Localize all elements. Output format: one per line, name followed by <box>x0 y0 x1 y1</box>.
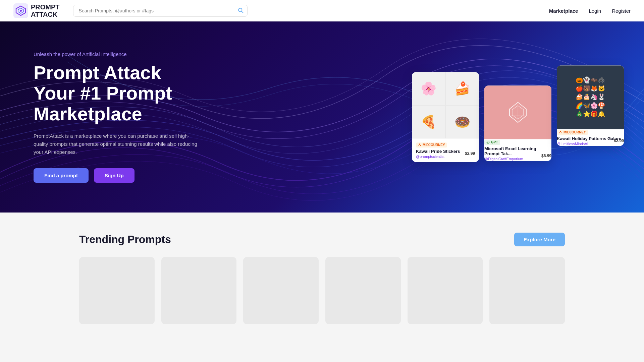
card-holiday-patterns[interactable]: 🎃👻🦇🕷️🍎🐻🦊🐱🍰🎂🦄🐰🌈🦋🌸🍄🎄⭐🎁🔔 MIDJOURNEY Kawaii … <box>557 65 624 146</box>
card-image-grid: 🌸 🍰 🍕 🍩 <box>412 72 479 138</box>
trending-grid <box>79 257 565 324</box>
card-excel-learning[interactable]: G GPT Microsoft Excel Learning Prompt Ta… <box>484 85 551 161</box>
midjourney-badge: MIDJOURNEY <box>416 142 447 147</box>
sticker-2: 🍰 <box>446 72 479 105</box>
nav-register[interactable]: Register <box>612 8 631 14</box>
gpt-badge: G GPT <box>484 140 500 145</box>
logo[interactable]: PROMPT ATTACK <box>13 3 60 18</box>
nav-login[interactable]: Login <box>589 8 601 14</box>
gpt-icon: G <box>486 140 490 144</box>
navbar: PROMPT ATTACK Marketplace Login Register <box>0 0 644 21</box>
hero-buttons: Find a prompt Sign Up <box>34 168 201 183</box>
explore-more-button[interactable]: Explore More <box>514 233 565 246</box>
nav-marketplace[interactable]: Marketplace <box>549 8 578 14</box>
nav-links: Marketplace Login Register <box>549 8 631 14</box>
search-button[interactable] <box>237 7 244 14</box>
midjourney-icon <box>559 130 562 134</box>
card-footer: MIDJOURNEY Kawaii Holiday Patterns Galor… <box>557 129 624 146</box>
trending-card-5[interactable] <box>408 257 483 324</box>
sign-up-button[interactable]: Sign Up <box>94 168 135 183</box>
trending-section: Trending Prompts Explore More <box>0 213 644 338</box>
hero-cards: 🌸 🍰 🍕 🍩 MIDJOURNEY Kawaii Pride Stickers… <box>412 72 624 162</box>
logo-icon <box>13 3 28 18</box>
card-price: $2.99 <box>465 151 475 156</box>
hero-section: Unleash the power of Artificial Intellig… <box>0 21 644 213</box>
trending-card-6[interactable] <box>489 257 565 324</box>
card-price: $6.99 <box>541 154 551 158</box>
card-excel-image <box>484 85 551 139</box>
sticker-3: 🍕 <box>412 106 445 138</box>
card-footer: G GPT Microsoft Excel Learning Prompt Ta… <box>484 139 551 161</box>
search-icon <box>237 7 244 13</box>
trending-card-2[interactable] <box>161 257 237 324</box>
hero-title: Prompt Attack Your #1 Prompt Marketplace <box>34 62 201 124</box>
card-name: Kawaii Holiday Patterns Galore <box>557 136 624 141</box>
sticker-1: 🌸 <box>412 72 445 105</box>
search-input[interactable] <box>73 5 248 17</box>
svg-text:G: G <box>487 141 489 143</box>
midjourney-icon <box>418 143 421 146</box>
trending-header: Trending Prompts Explore More <box>79 233 565 246</box>
sticker-4: 🍩 <box>446 106 479 138</box>
hero-description: PromptAttack is a marketplace where you … <box>34 132 201 156</box>
svg-line-5 <box>241 11 243 13</box>
trending-title: Trending Prompts <box>79 233 171 246</box>
svg-point-3 <box>20 10 22 12</box>
trending-card-1[interactable] <box>79 257 155 324</box>
card-holiday-image: 🎃👻🦇🕷️🍎🐻🦊🐱🍰🎂🦄🐰🌈🦋🌸🍄🎄⭐🎁🔔 <box>557 65 624 129</box>
diamond-icon <box>504 99 531 126</box>
search-bar <box>73 5 248 17</box>
holiday-icons: 🎃👻🦇🕷️🍎🐻🦊🐱🍰🎂🦄🐰🌈🦋🌸🍄🎄⭐🎁🔔 <box>576 76 605 118</box>
trending-card-3[interactable] <box>243 257 319 324</box>
trending-card-4[interactable] <box>325 257 401 324</box>
card-footer: MIDJOURNEY Kawaii Pride Stickers @prompt… <box>412 138 479 162</box>
hero-tagline: Unleash the power of Artificial Intellig… <box>34 51 201 57</box>
midjourney-badge: MIDJOURNEY <box>557 130 588 135</box>
find-prompt-button[interactable]: Find a prompt <box>34 168 89 183</box>
card-kawaii-stickers[interactable]: 🌸 🍰 🍕 🍩 MIDJOURNEY Kawaii Pride Stickers… <box>412 72 479 162</box>
logo-text: PROMPT ATTACK <box>31 3 60 18</box>
hero-content: Unleash the power of Artificial Intellig… <box>0 31 235 203</box>
